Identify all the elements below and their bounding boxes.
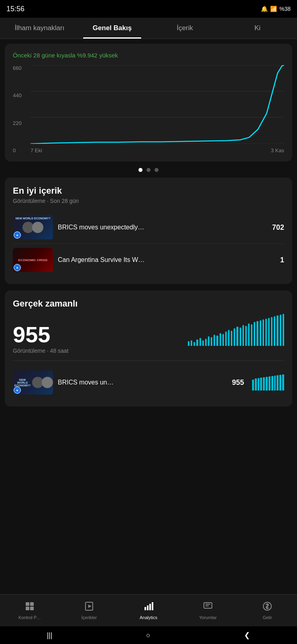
mini-bar — [282, 374, 284, 390]
content-item-brics[interactable]: NEW WORLD ECONOMY? ● BRICS moves unexpec… — [13, 211, 284, 243]
tab-ilham[interactable]: İlham kaynakları — [3, 18, 76, 39]
mini-bar — [258, 378, 260, 390]
best-content-subtitle: Görüntüleme · Son 28 gün — [13, 198, 284, 204]
back-btn[interactable]: ❮ — [244, 631, 250, 640]
nav-item-icerikler[interactable]: İçerikler — [59, 595, 119, 626]
chart-stat-label: Önceki 28 güne kıyasla %9.942 yüksek — [13, 52, 284, 59]
bar — [274, 316, 275, 346]
mini-bar — [252, 380, 254, 390]
realtime-number: 955 — [13, 323, 50, 346]
bar — [234, 328, 235, 346]
mini-bar — [255, 378, 257, 390]
y-label-440: 440 — [13, 92, 26, 98]
mini-bar — [263, 377, 265, 390]
bar — [228, 330, 230, 346]
y-label-660: 660 — [13, 65, 26, 71]
nav-item-analytics[interactable]: Analytics — [119, 595, 178, 626]
mini-realtime-chart — [252, 374, 284, 390]
bar — [256, 321, 258, 346]
realtime-item-title: BRICS moves un… — [58, 379, 223, 386]
tab-ki[interactable]: Ki — [221, 18, 294, 39]
thumb-argentina: ECONOMIC CRISIS ● — [13, 248, 53, 272]
bar — [188, 341, 189, 346]
bar — [199, 338, 201, 346]
mini-bar — [260, 378, 262, 390]
chart-y-labels: 660 440 220 0 — [13, 65, 29, 153]
chart-x-labels: 7 Eki 3 Kas — [31, 147, 284, 153]
y-label-220: 220 — [13, 120, 26, 126]
bar — [240, 327, 241, 346]
alarm-icon: 🔔 — [261, 6, 268, 12]
dot-1[interactable] — [138, 168, 142, 172]
nav-item-gelir[interactable]: Gelir — [238, 595, 297, 626]
dot-2[interactable] — [146, 168, 151, 172]
y-label-0: 0 — [13, 147, 26, 153]
dot-3[interactable] — [155, 168, 159, 172]
status-bar: 15:56 🔔 📶 %38 — [0, 0, 297, 18]
chart-card: Önceki 28 güne kıyasla %9.942 yüksek 660… — [5, 44, 292, 162]
bar — [271, 317, 273, 346]
wifi-icon: 📶 — [270, 6, 277, 12]
content-item-argentina[interactable]: ECONOMIC CRISIS ● Can Argentina Survive … — [13, 243, 284, 276]
svg-rect-13 — [152, 602, 153, 610]
bottom-nav: Kontrol P… İçerikler Analytics — [0, 594, 297, 626]
kontrol-label: Kontrol P… — [18, 615, 41, 620]
realtime-content-item[interactable]: NEW WORLD ECONOMY? ● BRICS moves un… 955 — [13, 366, 284, 399]
svg-rect-4 — [26, 602, 29, 606]
nav-tabs: İlham kaynakları Genel Bakış İçerik Ki — [0, 18, 297, 39]
chart-svg-area — [31, 65, 284, 144]
nav-item-yorumlar[interactable]: Yorumlar — [178, 595, 238, 626]
channel-icon-brics: ● — [14, 231, 21, 239]
x-label-start: 7 Eki — [31, 147, 42, 153]
bar — [208, 336, 210, 346]
brics-title: BRICS moves unexpectedly… — [58, 224, 263, 231]
thumb-rt-people — [32, 377, 53, 388]
argentina-count: 1 — [268, 256, 284, 264]
battery-icon: %38 — [279, 6, 291, 12]
realtime-item-count: 955 — [228, 378, 244, 387]
mini-bar — [266, 377, 268, 390]
bar — [196, 339, 198, 346]
recent-btn[interactable]: ||| — [47, 631, 53, 640]
realtime-title: Gerçek zamanlı — [13, 298, 284, 309]
realtime-left: 955 — [13, 323, 50, 346]
status-time: 15:56 — [6, 5, 24, 13]
best-content-title: En iyi içerik — [13, 186, 284, 196]
thumb-argentina-label: ECONOMIC CRISIS — [18, 258, 49, 263]
bar — [225, 331, 227, 346]
mini-bar — [279, 375, 281, 390]
bar — [191, 340, 192, 346]
bar — [211, 337, 212, 346]
bar — [277, 315, 278, 346]
realtime-divider — [13, 360, 284, 361]
analytics-label: Analytics — [140, 615, 157, 620]
yorumlar-label: Yorumlar — [199, 615, 217, 620]
bar — [193, 342, 195, 346]
bar — [262, 319, 264, 346]
thumb-realtime-brics: NEW WORLD ECONOMY? ● — [13, 370, 53, 395]
svg-rect-5 — [30, 602, 34, 606]
realtime-label: Görüntüleme · 48 saat — [13, 348, 284, 354]
bar — [280, 315, 281, 346]
nav-item-kontrol[interactable]: Kontrol P… — [0, 595, 59, 626]
tab-icerik[interactable]: İçerik — [148, 18, 221, 39]
bar — [220, 333, 221, 346]
icerikler-label: İçerikler — [81, 615, 97, 620]
mini-bar — [277, 375, 279, 390]
home-btn[interactable]: ○ — [146, 631, 151, 640]
status-icons: 🔔 📶 %38 — [261, 6, 291, 12]
gelir-label: Gelir — [262, 615, 272, 620]
bar — [265, 319, 267, 346]
bar — [254, 322, 255, 346]
main-content: Önceki 28 güne kıyasla %9.942 yüksek 660… — [0, 39, 297, 609]
channel-icon-rt: ● — [14, 386, 21, 394]
x-label-end: 3 Kas — [271, 147, 284, 153]
bar — [236, 327, 238, 346]
mini-bar — [271, 376, 273, 390]
svg-rect-10 — [144, 607, 146, 610]
svg-rect-7 — [30, 607, 34, 610]
bar — [248, 323, 250, 346]
tab-genel[interactable]: Genel Bakış — [76, 18, 148, 39]
bar — [205, 339, 207, 346]
bar — [202, 340, 204, 346]
